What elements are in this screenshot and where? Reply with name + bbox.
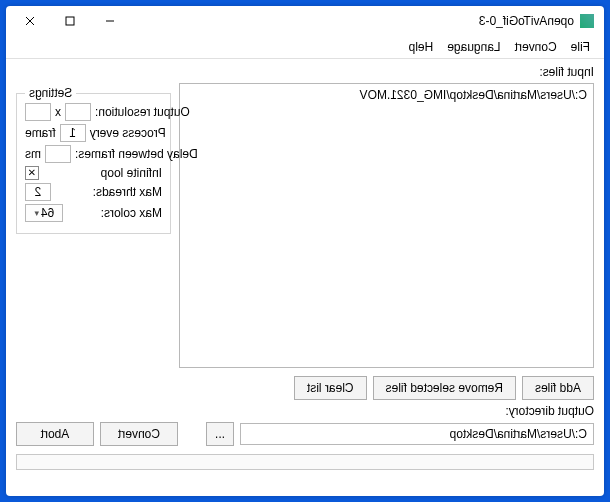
progress-bar xyxy=(16,454,594,470)
x-label: x xyxy=(55,105,61,119)
menu-help[interactable]: Help xyxy=(403,38,440,56)
minimize-button[interactable] xyxy=(90,7,130,35)
infinite-loop-label: Infinite loop xyxy=(43,166,162,180)
max-threads-input[interactable] xyxy=(25,183,51,201)
infinite-loop-checkbox[interactable] xyxy=(25,166,39,180)
abort-button[interactable]: Abort xyxy=(16,422,94,446)
settings-panel: Settings Output resolution: x Process ev… xyxy=(16,93,171,234)
chevron-down-icon: ▾ xyxy=(34,208,39,218)
max-threads-label: Max threads: xyxy=(55,185,162,199)
app-window: openAviToGif_0-3 File Convert Language H… xyxy=(6,6,604,496)
process-every-suffix: frame xyxy=(25,126,56,140)
settings-legend: Settings xyxy=(25,86,76,100)
process-every-label: Process every xyxy=(90,126,166,140)
res-width-input[interactable] xyxy=(65,103,91,121)
output-row: C:/Users/Martina/Desktop ... Convert Abo… xyxy=(16,422,594,446)
max-colors-value: 64 xyxy=(41,206,54,220)
remove-selected-button[interactable]: Remove selected files xyxy=(373,376,516,400)
max-colors-select[interactable]: 64 ▾ xyxy=(25,204,63,222)
list-item[interactable]: C:/Users/Martina/Desktop/IMG_0321.MOV xyxy=(186,88,587,102)
app-icon xyxy=(580,14,594,28)
output-directory-label: Output directory: xyxy=(16,404,594,418)
input-files-label: Input files: xyxy=(16,65,594,79)
window-title: openAviToGif_0-3 xyxy=(479,14,574,28)
file-buttons-row: Add files Remove selected files Clear li… xyxy=(16,376,594,400)
input-file-list[interactable]: C:/Users/Martina/Desktop/IMG_0321.MOV xyxy=(179,83,594,368)
svg-rect-1 xyxy=(66,17,74,25)
max-colors-label: Max colors: xyxy=(67,206,162,220)
convert-button[interactable]: Convert xyxy=(100,422,178,446)
menu-file[interactable]: File xyxy=(565,38,596,56)
status-bar xyxy=(16,474,594,488)
delay-label: Delay between frames: xyxy=(75,147,198,161)
menubar: File Convert Language Help xyxy=(6,36,604,59)
res-height-input[interactable] xyxy=(25,103,51,121)
close-button[interactable] xyxy=(10,7,50,35)
maximize-button[interactable] xyxy=(50,7,90,35)
delay-input[interactable] xyxy=(45,145,71,163)
add-files-button[interactable]: Add files xyxy=(522,376,594,400)
client-area: Input files: C:/Users/Martina/Desktop/IM… xyxy=(6,59,604,496)
process-every-input[interactable] xyxy=(60,124,86,142)
output-resolution-label: Output resolution: xyxy=(95,105,190,119)
delay-unit: ms xyxy=(25,147,41,161)
menu-language[interactable]: Language xyxy=(441,38,506,56)
menu-convert[interactable]: Convert xyxy=(509,38,563,56)
clear-list-button[interactable]: Clear list xyxy=(294,376,367,400)
browse-button[interactable]: ... xyxy=(206,422,234,446)
output-path-text: C:/Users/Martina/Desktop xyxy=(450,427,587,441)
output-path-field[interactable]: C:/Users/Martina/Desktop xyxy=(240,423,594,445)
titlebar: openAviToGif_0-3 xyxy=(6,6,604,36)
